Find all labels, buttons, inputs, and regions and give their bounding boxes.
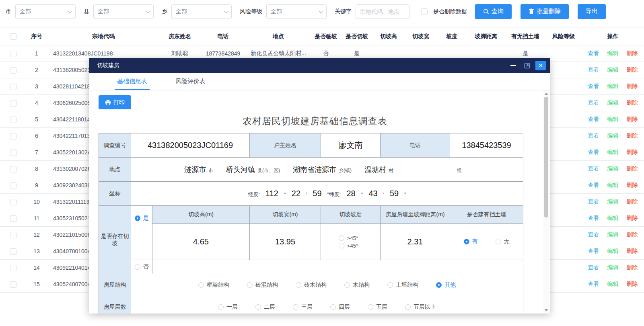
minimize-icon[interactable] xyxy=(508,61,518,70)
column-header: 坡脚距离 xyxy=(467,28,505,45)
row-checkbox[interactable] xyxy=(10,248,16,255)
edit-link[interactable]: 编辑 xyxy=(607,264,619,271)
delete-link[interactable]: 删除 xyxy=(627,248,638,254)
edit-link[interactable]: 编辑 xyxy=(607,165,619,172)
row-checkbox[interactable] xyxy=(10,100,16,107)
row-checkbox[interactable] xyxy=(10,265,16,271)
select-all-checkbox[interactable] xyxy=(10,33,16,40)
batch-delete-button[interactable]: 批量删除 xyxy=(521,4,569,19)
house-floors-option-3[interactable]: 四层 xyxy=(330,303,350,311)
row-checkbox[interactable] xyxy=(10,182,16,189)
delete-link[interactable]: 删除 xyxy=(627,231,638,238)
edit-link[interactable]: 编辑 xyxy=(607,83,619,89)
scroll-up-icon[interactable] xyxy=(545,92,548,95)
view-link[interactable]: 查看 xyxy=(588,165,599,172)
slope-angle-option-1[interactable]: <45° xyxy=(339,243,358,249)
scroll-down-icon[interactable] xyxy=(545,309,548,312)
slope-exist-no-radio[interactable]: 否 xyxy=(135,263,149,271)
edit-link[interactable]: 编辑 xyxy=(607,116,619,122)
retaining-wall-option-1[interactable]: 无 xyxy=(496,238,510,245)
view-link[interactable]: 查看 xyxy=(588,83,599,89)
export-button[interactable]: 导出 xyxy=(578,4,606,19)
row-checkbox[interactable] xyxy=(10,199,16,205)
house-structure-option-3[interactable]: 木结构 xyxy=(344,281,370,289)
delete-link[interactable]: 删除 xyxy=(627,198,638,205)
delete-link[interactable]: 删除 xyxy=(627,99,638,106)
view-link[interactable]: 查看 xyxy=(588,198,599,205)
edit-link[interactable]: 编辑 xyxy=(607,99,619,106)
query-button[interactable]: 查询 xyxy=(475,4,512,19)
view-link[interactable]: 查看 xyxy=(588,264,599,271)
query-button-label: 查询 xyxy=(492,8,504,15)
view-link[interactable]: 查看 xyxy=(588,99,599,106)
edit-link[interactable]: 编辑 xyxy=(607,281,619,287)
house-structure-option-0[interactable]: 框架结构 xyxy=(198,281,229,289)
delete-link[interactable]: 删除 xyxy=(627,83,638,89)
view-link[interactable]: 查看 xyxy=(588,231,599,238)
house-floors-option-4[interactable]: 五层 xyxy=(368,303,387,311)
modal-scrollbar[interactable] xyxy=(543,90,549,314)
delete-flag-checkbox[interactable] xyxy=(421,8,428,15)
edit-link[interactable]: 编辑 xyxy=(607,149,619,155)
house-floors-option-5[interactable]: 五层以上 xyxy=(405,303,436,311)
tab-1[interactable]: 风险评价表 xyxy=(175,78,206,90)
row-checkbox[interactable] xyxy=(10,150,16,156)
delete-link[interactable]: 删除 xyxy=(627,215,638,221)
scrollbar-thumb[interactable] xyxy=(544,97,548,217)
slope-exist-yes-radio[interactable]: 是 xyxy=(135,215,149,222)
row-checkbox[interactable] xyxy=(10,67,16,74)
delete-link[interactable]: 删除 xyxy=(627,264,638,271)
edit-link[interactable]: 编辑 xyxy=(607,132,619,139)
house-floors-option-2[interactable]: 三层 xyxy=(293,303,313,311)
keyword-input[interactable] xyxy=(356,4,410,19)
row-checkbox[interactable] xyxy=(10,133,16,139)
delete-link[interactable]: 删除 xyxy=(627,132,638,139)
delete-link[interactable]: 删除 xyxy=(627,281,638,287)
view-link[interactable]: 查看 xyxy=(588,149,599,155)
view-link[interactable]: 查看 xyxy=(588,182,599,188)
house-structure-option-4[interactable]: 土坯结构 xyxy=(387,281,418,289)
delete-link[interactable]: 删除 xyxy=(627,50,638,56)
delete-link[interactable]: 删除 xyxy=(627,165,638,172)
view-link[interactable]: 查看 xyxy=(588,132,599,139)
row-checkbox[interactable] xyxy=(10,117,16,123)
view-link[interactable]: 查看 xyxy=(588,215,599,221)
row-checkbox[interactable] xyxy=(10,281,16,288)
maximize-icon[interactable] xyxy=(522,61,532,70)
view-link[interactable]: 查看 xyxy=(588,248,599,254)
edit-link[interactable]: 编辑 xyxy=(607,50,619,56)
delete-link[interactable]: 删除 xyxy=(627,149,638,155)
view-link[interactable]: 查看 xyxy=(588,116,599,122)
row-checkbox[interactable] xyxy=(10,215,16,222)
delete-link[interactable]: 删除 xyxy=(627,116,638,122)
print-button[interactable]: 打印 xyxy=(99,95,131,109)
edit-link[interactable]: 编辑 xyxy=(607,248,619,254)
row-checkbox[interactable] xyxy=(10,166,16,172)
filter-select-1[interactable]: 全部 xyxy=(93,4,154,19)
view-link[interactable]: 查看 xyxy=(588,281,599,287)
row-checkbox[interactable] xyxy=(10,51,16,57)
edit-link[interactable]: 编辑 xyxy=(607,198,619,205)
edit-link[interactable]: 编辑 xyxy=(607,215,619,221)
row-checkbox[interactable] xyxy=(10,84,16,90)
filter-select-2[interactable]: 全部 xyxy=(171,4,232,19)
view-link[interactable]: 查看 xyxy=(588,66,599,73)
delete-link[interactable]: 删除 xyxy=(627,182,638,188)
edit-link[interactable]: 编辑 xyxy=(607,231,619,238)
filter-select-3[interactable]: 全部 xyxy=(266,4,327,19)
tab-0[interactable]: 基础信息表 xyxy=(117,78,147,90)
edit-link[interactable]: 编辑 xyxy=(607,182,619,188)
house-structure-option-2[interactable]: 砖木结构 xyxy=(296,281,327,289)
retaining-wall-option-0[interactable]: 有 xyxy=(464,238,478,245)
edit-link[interactable]: 编辑 xyxy=(607,66,619,73)
close-icon[interactable]: ✕ xyxy=(535,61,546,70)
row-checkbox[interactable] xyxy=(10,232,16,238)
view-link[interactable]: 查看 xyxy=(588,50,599,56)
filter-select-0[interactable]: 全部 xyxy=(15,4,76,19)
house-floors-option-0[interactable]: 一层 xyxy=(218,303,238,311)
house-structure-option-5[interactable]: 其他 xyxy=(436,281,456,289)
house-floors-option-1[interactable]: 二层 xyxy=(255,303,275,311)
delete-link[interactable]: 删除 xyxy=(627,66,638,73)
slope-angle-option-0[interactable]: >45° xyxy=(339,235,358,241)
house-structure-option-1[interactable]: 砖混结构 xyxy=(247,281,278,289)
